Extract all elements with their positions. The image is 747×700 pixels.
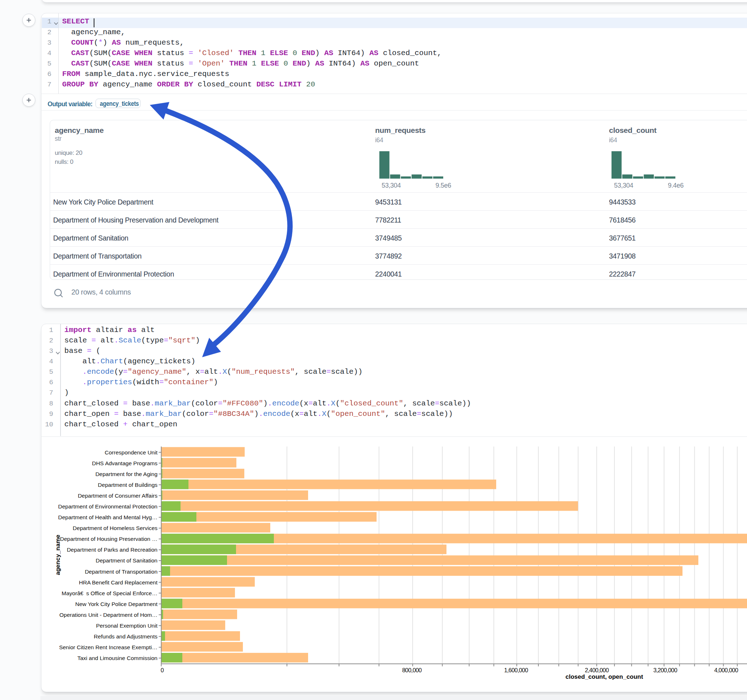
svg-text:1,600,000: 1,600,000 (504, 667, 528, 673)
svg-text:Personal Exemption Unit: Personal Exemption Unit (96, 623, 157, 629)
svg-text:4,000,000: 4,000,000 (714, 667, 738, 673)
svg-text:Correspondence Unit: Correspondence Unit (105, 450, 158, 456)
svg-text:Senior Citizen Rent Increase E: Senior Citizen Rent Increase Exempti… (59, 644, 157, 650)
svg-text:Department of Environmental Pr: Department of Environmental Protection (58, 503, 157, 510)
svg-text:agency_name: agency_name (54, 535, 61, 575)
svg-text:Operations Unit - Department o: Operations Unit - Department of Hom… (59, 612, 157, 618)
svg-text:Department of Buildings: Department of Buildings (98, 482, 158, 488)
svg-text:Mayorâ€ s Office of Special En: Mayorâ€ s Office of Special Enforce… (62, 590, 157, 596)
svg-text:Department of Consumer Affairs: Department of Consumer Affairs (78, 493, 157, 499)
svg-text:HRA Benefit Card Replacement: HRA Benefit Card Replacement (79, 579, 158, 585)
svg-text:Department of Housing Preserva: Department of Housing Preservation … (60, 536, 157, 542)
svg-text:Department of Transportation: Department of Transportation (85, 569, 157, 575)
svg-text:New York City Police Departmen: New York City Police Department (75, 601, 158, 607)
svg-text:Department of Parks and Recrea: Department of Parks and Recreation (67, 547, 157, 553)
svg-text:Department of Health and Menta: Department of Health and Mental Hyg… (58, 514, 157, 520)
svg-text:Taxi and Limousine Commission: Taxi and Limousine Commission (77, 655, 157, 661)
svg-text:Department of Homeless Service: Department of Homeless Services (73, 525, 157, 531)
svg-text:0: 0 (161, 667, 164, 673)
svg-text:800,000: 800,000 (402, 667, 422, 673)
svg-text:2,400,000: 2,400,000 (585, 667, 609, 673)
svg-text:Department of Sanitation: Department of Sanitation (96, 557, 157, 564)
svg-text:3,200,000: 3,200,000 (653, 667, 677, 673)
svg-text:Refunds and Adjustments: Refunds and Adjustments (94, 634, 157, 640)
svg-text:DHS Advantage Programs: DHS Advantage Programs (92, 460, 157, 466)
svg-text:closed_count, open_count: closed_count, open_count (566, 673, 643, 680)
svg-text:Department for the Aging: Department for the Aging (95, 471, 157, 477)
